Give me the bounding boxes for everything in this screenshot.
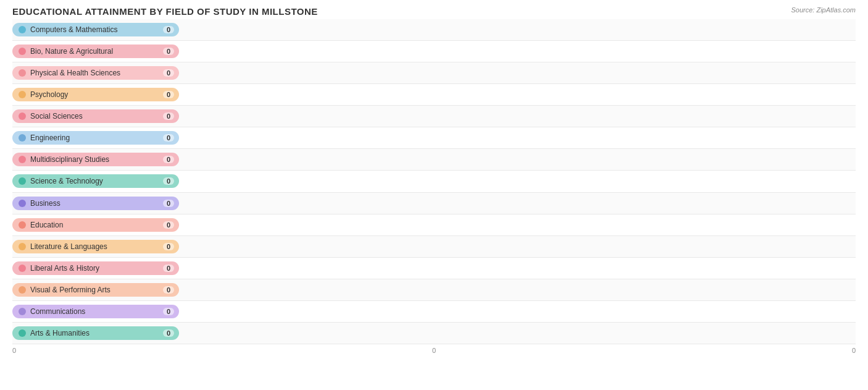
bar-wrapper: Physical & Health Sciences0 xyxy=(12,64,856,82)
bar-label: Business xyxy=(30,199,159,208)
bar-wrapper: Arts & Humanities0 xyxy=(12,324,856,342)
bar-dot xyxy=(19,156,26,163)
chart-title: EDUCATIONAL ATTAINMENT BY FIELD OF STUDY… xyxy=(12,6,856,17)
bar-dot xyxy=(19,200,26,207)
bar-label: Psychology xyxy=(30,90,159,99)
bar-wrapper: Visual & Performing Arts0 xyxy=(12,281,856,299)
bar-label: Communications xyxy=(30,307,159,316)
bar-label: Arts & Humanities xyxy=(30,329,159,337)
bar-wrapper: Education0 xyxy=(12,216,856,234)
bar-dot xyxy=(19,177,26,185)
bar-pill: Visual & Performing Arts0 xyxy=(12,283,179,297)
bar-wrapper: Communications0 xyxy=(12,303,856,320)
bar-dot xyxy=(19,265,26,272)
bar-dot xyxy=(19,329,26,337)
bar-row: Social Sciences0 xyxy=(12,106,856,127)
bar-row: Business0 xyxy=(12,193,856,214)
bar-row: Computers & Mathematics0 xyxy=(12,19,856,41)
bar-label: Computers & Mathematics xyxy=(30,25,159,34)
bar-label: Multidisciplinary Studies xyxy=(30,155,159,164)
bar-value: 0 xyxy=(163,265,174,272)
bar-label: Science & Technology xyxy=(30,177,159,185)
bar-pill: Literature & Languages0 xyxy=(12,240,179,253)
bar-wrapper: Multidisciplinary Studies0 xyxy=(12,151,856,168)
source-text: Source: ZipAtlas.com xyxy=(791,6,856,14)
x-axis-label-3: 0 xyxy=(852,347,856,360)
bar-value: 0 xyxy=(163,134,174,142)
bar-pill: Business0 xyxy=(12,197,179,210)
chart-container: EDUCATIONAL ATTAINMENT BY FIELD OF STUDY… xyxy=(0,0,868,390)
bar-label: Visual & Performing Arts xyxy=(30,286,159,294)
bar-dot xyxy=(19,69,26,77)
x-axis-label-2: 0 xyxy=(432,347,436,360)
bars-container: Computers & Mathematics0Bio, Nature & Ag… xyxy=(12,19,856,344)
bar-pill: Physical & Health Sciences0 xyxy=(12,66,179,80)
bar-value: 0 xyxy=(163,308,174,315)
bar-value: 0 xyxy=(163,200,174,207)
bar-wrapper: Science & Technology0 xyxy=(12,172,856,190)
bar-value: 0 xyxy=(163,221,174,229)
bar-pill: Bio, Nature & Agricultural0 xyxy=(12,45,179,58)
bar-wrapper: Engineering0 xyxy=(12,129,856,146)
bar-label: Education xyxy=(30,221,159,229)
bar-row: Education0 xyxy=(12,214,856,236)
bar-row: Arts & Humanities0 xyxy=(12,323,856,344)
bar-pill: Engineering0 xyxy=(12,131,179,145)
bar-wrapper: Psychology0 xyxy=(12,86,856,103)
bar-row: Engineering0 xyxy=(12,127,856,149)
bar-label: Social Sciences xyxy=(30,112,159,121)
bar-pill: Multidisciplinary Studies0 xyxy=(12,153,179,166)
bar-value: 0 xyxy=(163,286,174,294)
bar-value: 0 xyxy=(163,69,174,77)
bar-value: 0 xyxy=(163,48,174,55)
bar-pill: Social Sciences0 xyxy=(12,109,179,123)
bar-wrapper: Liberal Arts & History0 xyxy=(12,260,856,277)
bar-wrapper: Literature & Languages0 xyxy=(12,238,856,255)
bar-dot xyxy=(19,112,26,120)
bars-section: Computers & Mathematics0Bio, Nature & Ag… xyxy=(12,19,856,360)
bar-pill: Science & Technology0 xyxy=(12,174,179,188)
chart-area: Computers & Mathematics0Bio, Nature & Ag… xyxy=(12,19,856,360)
bar-wrapper: Bio, Nature & Agricultural0 xyxy=(12,43,856,60)
bar-row: Communications0 xyxy=(12,301,856,323)
bar-value: 0 xyxy=(163,243,174,250)
bar-pill: Liberal Arts & History0 xyxy=(12,261,179,275)
bar-dot xyxy=(19,221,26,229)
bar-label: Physical & Health Sciences xyxy=(30,69,159,77)
bar-label: Engineering xyxy=(30,134,159,142)
bar-value: 0 xyxy=(163,177,174,185)
bar-row: Visual & Performing Arts0 xyxy=(12,279,856,301)
bar-dot xyxy=(19,134,26,142)
bar-row: Bio, Nature & Agricultural0 xyxy=(12,41,856,62)
bar-dot xyxy=(19,243,26,250)
bar-label: Bio, Nature & Agricultural xyxy=(30,47,159,56)
bar-pill: Education0 xyxy=(12,218,179,232)
bar-wrapper: Computers & Mathematics0 xyxy=(12,21,856,38)
bar-row: Psychology0 xyxy=(12,84,856,106)
bar-wrapper: Business0 xyxy=(12,195,856,212)
x-axis-label-1: 0 xyxy=(12,347,16,360)
bar-pill: Arts & Humanities0 xyxy=(12,326,179,340)
bar-dot xyxy=(19,26,26,33)
bar-value: 0 xyxy=(163,26,174,33)
bar-dot xyxy=(19,286,26,294)
bar-dot xyxy=(19,48,26,55)
bar-value: 0 xyxy=(163,329,174,337)
bar-row: Physical & Health Sciences0 xyxy=(12,62,856,84)
bar-row: Science & Technology0 xyxy=(12,171,856,192)
bar-dot xyxy=(19,91,26,98)
bar-pill: Computers & Mathematics0 xyxy=(12,23,179,36)
bar-label: Liberal Arts & History xyxy=(30,264,159,273)
bar-pill: Psychology0 xyxy=(12,88,179,101)
bar-value: 0 xyxy=(163,112,174,120)
x-axis: 0 0 0 xyxy=(12,344,856,360)
bar-row: Literature & Languages0 xyxy=(12,236,856,258)
bar-pill: Communications0 xyxy=(12,305,179,318)
bar-value: 0 xyxy=(163,91,174,98)
bar-dot xyxy=(19,308,26,315)
bar-row: Liberal Arts & History0 xyxy=(12,258,856,279)
bar-wrapper: Social Sciences0 xyxy=(12,108,856,125)
bar-value: 0 xyxy=(163,156,174,163)
bar-label: Literature & Languages xyxy=(30,242,159,251)
bar-row: Multidisciplinary Studies0 xyxy=(12,149,856,171)
